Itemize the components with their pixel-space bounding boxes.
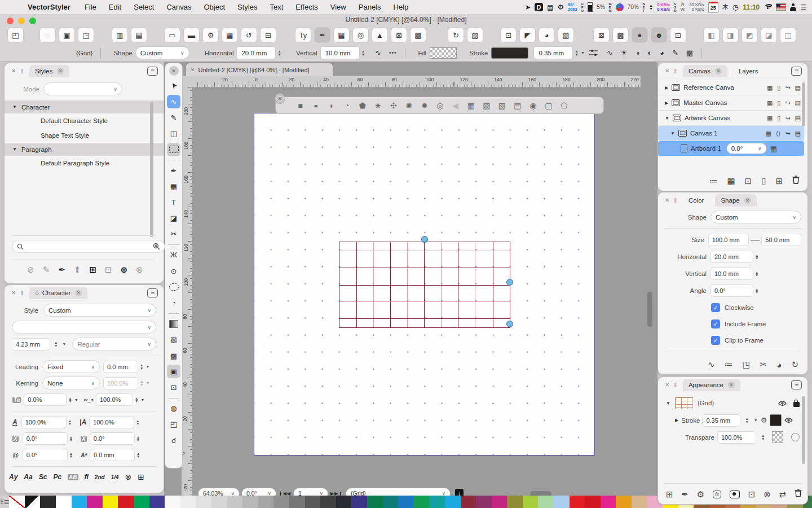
- pathfinder-intersect-icon[interactable]: ◩: [742, 28, 757, 42]
- pages-icon[interactable]: ▣: [59, 28, 74, 42]
- menu-item-edit[interactable]: Edit: [103, 3, 127, 11]
- swatch-37[interactable]: [585, 496, 601, 508]
- ellipse-shape-icon[interactable]: ●: [308, 102, 324, 109]
- swatch-19[interactable]: [305, 496, 321, 508]
- fill-circle-icon[interactable]: ●: [632, 28, 647, 42]
- swatch-26[interactable]: [414, 496, 430, 508]
- character-style-dropdown[interactable]: Custom∨: [44, 304, 156, 316]
- search-filter-icon[interactable]: [153, 243, 160, 250]
- swap-appearance-icon[interactable]: ⇄: [779, 489, 787, 500]
- visibility-eye-icon[interactable]: [778, 400, 787, 406]
- swatch-15[interactable]: [242, 496, 258, 508]
- panel-grip[interactable]: ‖: [20, 68, 24, 75]
- artboard-grid-icon[interactable]: ▦: [770, 144, 777, 153]
- checker-page-icon[interactable]: ▧: [558, 28, 573, 42]
- disk-speeds[interactable]: 80 KB/s0 KB/s: [690, 3, 704, 12]
- panel-menu-icon[interactable]: ☰: [791, 380, 802, 389]
- swatch-14[interactable]: [227, 496, 243, 508]
- stroke-swatch[interactable]: [491, 47, 528, 59]
- vertical-spacing-input[interactable]: 10.0 mm: [321, 47, 359, 59]
- close-tab-icon[interactable]: ✕: [715, 68, 722, 75]
- tone-curve-icon[interactable]: ∿: [607, 49, 613, 57]
- redefine-style-icon[interactable]: ✒: [58, 265, 65, 275]
- mail-cross-icon[interactable]: ⊠: [594, 28, 609, 42]
- leading-value-input[interactable]: 0.0 mm: [104, 361, 138, 373]
- leading-stepper[interactable]: ▲▼: [140, 364, 143, 370]
- halftone-icon[interactable]: ▩: [613, 28, 628, 42]
- transparency-input[interactable]: 100.0%: [718, 432, 756, 443]
- swatch-40[interactable]: [632, 496, 647, 508]
- swatch-24[interactable]: [383, 496, 399, 508]
- select-tool[interactable]: ➤: [164, 76, 183, 95]
- slideshow-icon[interactable]: ⊟: [261, 28, 276, 42]
- knife-tool[interactable]: ✂: [167, 227, 180, 241]
- size-width-input[interactable]: 100.0 mm: [709, 234, 749, 246]
- grid-shape-icon[interactable]: ▦: [464, 101, 479, 110]
- stroke-options-sliders-icon[interactable]: [589, 49, 598, 57]
- swatch-11[interactable]: [180, 496, 196, 508]
- triangle-shape-icon[interactable]: ◀: [448, 101, 464, 110]
- swatch-33[interactable]: [523, 496, 539, 508]
- mode-dropdown[interactable]: ∨: [44, 83, 122, 95]
- brush-adjust-icon[interactable]: ✎: [672, 49, 678, 57]
- swatch-13[interactable]: [211, 496, 227, 508]
- pin-tool[interactable]: ⊙: [167, 264, 180, 278]
- style-search-input[interactable]: [12, 240, 165, 252]
- font-size-stepper[interactable]: ▲▼: [54, 341, 58, 347]
- style-section-character[interactable]: ▼Character: [5, 100, 164, 113]
- transparency-stepper[interactable]: ▲▼: [761, 434, 765, 440]
- reset-shape-icon[interactable]: ↻: [791, 360, 798, 370]
- tab-color[interactable]: Color: [683, 194, 709, 207]
- skew-vertical-input[interactable]: 0.0°: [90, 433, 134, 444]
- notes-page-icon[interactable]: ▤: [131, 28, 147, 42]
- export-icon[interactable]: ↪: [785, 115, 790, 122]
- swatch-34[interactable]: [538, 496, 554, 508]
- word-spacing-input[interactable]: 100.0%: [96, 394, 133, 405]
- page-icon[interactable]: ⟨⟩: [776, 130, 781, 137]
- effect-gear-icon[interactable]: ⚙: [697, 489, 704, 500]
- vertical-ruler[interactable]: 200180160140120100806040200-20: [182, 87, 192, 508]
- layers-icon[interactable]: ▤: [795, 99, 801, 107]
- swatch-30[interactable]: [476, 496, 492, 508]
- grid-shape-object[interactable]: [339, 242, 510, 328]
- grid-item-thumbnail[interactable]: [675, 397, 693, 409]
- char-toggle-Aa[interactable]: Aa: [24, 473, 32, 481]
- delete-appearance-icon[interactable]: [795, 489, 802, 500]
- canvas-row-reference-canva[interactable]: ▶Reference Canva▦▯↪▤: [658, 80, 804, 95]
- collapse-caret-icon[interactable]: ▼: [12, 147, 17, 152]
- clover-shape-icon[interactable]: ✣: [386, 101, 401, 110]
- control-center-icon[interactable]: ☰: [800, 3, 806, 11]
- canvas-row-canvas-1[interactable]: ▼Canvas 1▦⟨⟩↪▤: [658, 126, 804, 141]
- close-document-icon[interactable]: ✕: [191, 67, 195, 73]
- char-toggle-Sc[interactable]: Sc: [39, 473, 47, 481]
- stroke-preset-dropdown-icon[interactable]: ▼: [581, 51, 585, 55]
- vertical-input[interactable]: 10.0 mm: [711, 268, 753, 279]
- pathfinder-unite-icon[interactable]: ◧: [704, 28, 719, 42]
- swatch-31[interactable]: [492, 496, 508, 508]
- corner-icon[interactable]: ◳: [743, 360, 751, 370]
- blob-icon[interactable]: ◕: [776, 360, 782, 370]
- gradient-tool[interactable]: [167, 317, 180, 331]
- fx-icon[interactable]: fx: [713, 491, 721, 498]
- shape-builder-tool[interactable]: ◫: [167, 127, 180, 141]
- stroke-width-stepper[interactable]: ▲▼: [575, 50, 578, 56]
- blob-shape-icon[interactable]: ◗: [324, 101, 339, 110]
- curve-options-icon[interactable]: ∿: [375, 49, 381, 57]
- grid-icon[interactable]: ▦: [767, 84, 773, 91]
- new-style-icon[interactable]: ⊞: [89, 265, 96, 275]
- blend-circle-icon[interactable]: [791, 433, 800, 441]
- rotate-page-icon[interactable]: ◳: [78, 28, 94, 42]
- stroke-color-swatch[interactable]: [770, 414, 782, 426]
- collapse-caret-icon[interactable]: ▼: [12, 104, 17, 110]
- swatch-25[interactable]: [398, 496, 414, 508]
- add-style-icon[interactable]: ⊕: [120, 265, 127, 275]
- close-tab-icon[interactable]: ✕: [75, 290, 82, 296]
- close-tab-icon[interactable]: ✕: [728, 382, 735, 388]
- number-grid-icon[interactable]: ▩: [411, 28, 426, 42]
- panel-menu-icon[interactable]: ☰: [147, 288, 158, 297]
- clip-to-frame-checkbox[interactable]: ✓: [711, 336, 720, 345]
- swatch-8[interactable]: [134, 496, 149, 508]
- export-icon[interactable]: ↪: [785, 99, 790, 107]
- menu-item-file[interactable]: File: [78, 3, 103, 11]
- lock-icon[interactable]: [793, 402, 800, 407]
